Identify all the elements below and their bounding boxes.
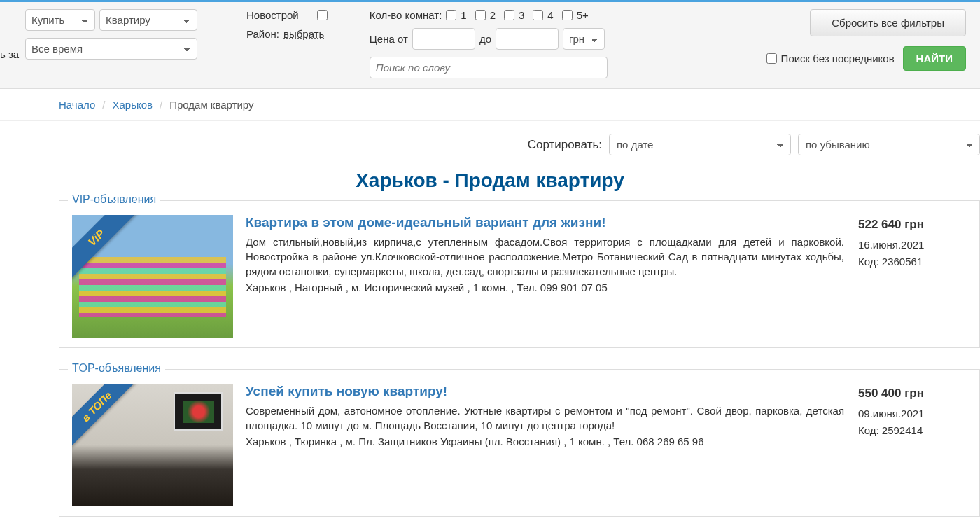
currency-select[interactable]: грн bbox=[563, 28, 605, 50]
listing-thumbnail[interactable]: в ТОПе bbox=[72, 384, 233, 506]
filter-bar: ь за Купить Квартиру Все время Новострой… bbox=[0, 0, 980, 89]
rooms-option-5plus: 5+ bbox=[577, 9, 589, 21]
listing-thumbnail[interactable]: ViP bbox=[72, 215, 233, 338]
sort-row: Сортировать: по дате по убыванию bbox=[0, 121, 980, 164]
sort-label: Сортировать: bbox=[528, 138, 602, 152]
sort-direction-select[interactable]: по убыванию bbox=[798, 134, 980, 155]
vip-section-legend: VIP-объявления bbox=[68, 193, 160, 206]
breadcrumb-sep: / bbox=[160, 99, 162, 111]
listing-meta: Харьков , Тюринка , м. Пл. Защитников Ук… bbox=[246, 436, 844, 447]
no-agents-checkbox[interactable] bbox=[766, 53, 777, 64]
property-type-select[interactable]: Квартиру bbox=[99, 9, 197, 31]
listing-date: 16.июня.2021 bbox=[858, 237, 967, 253]
price-from-label: Цена от bbox=[370, 33, 408, 45]
action-select[interactable]: Купить bbox=[25, 9, 95, 31]
district-label: Район: bbox=[246, 28, 279, 40]
no-agents-label: Поиск без посредников bbox=[781, 53, 895, 64]
breadcrumb-current: Продам квартиру bbox=[169, 99, 253, 111]
listing-title[interactable]: Квартира в этом доме-идеальный вариант д… bbox=[246, 215, 844, 230]
rooms-label: Кол-во комнат: bbox=[370, 9, 442, 21]
listing-date: 09.июня.2021 bbox=[858, 405, 967, 422]
top-section-legend: TOP-объявления bbox=[68, 362, 165, 375]
page-title: Харьков - Продам квартиру bbox=[0, 169, 980, 192]
rooms-checkbox-5plus[interactable] bbox=[562, 10, 573, 20]
no-agents-wrapper[interactable]: Поиск без посредников bbox=[766, 53, 895, 64]
newbuild-label: Новострой bbox=[246, 9, 299, 21]
listing-title[interactable]: Успей купить новую квартиру! bbox=[246, 384, 844, 399]
listing-price: 522 640 грн bbox=[858, 215, 967, 234]
rooms-checkbox-2[interactable] bbox=[475, 10, 486, 20]
newbuild-checkbox[interactable] bbox=[317, 10, 328, 20]
breadcrumb-city[interactable]: Харьков bbox=[112, 99, 153, 111]
price-to-label: до bbox=[479, 33, 491, 45]
rooms-checkbox-3[interactable] bbox=[504, 10, 514, 20]
sort-by-select[interactable]: по дате bbox=[609, 134, 791, 155]
listing-item: ViP Квартира в этом доме-идеальный вариа… bbox=[72, 215, 967, 338]
district-select-link[interactable]: выбрать bbox=[284, 28, 324, 40]
breadcrumb-home[interactable]: Начало bbox=[59, 99, 95, 111]
listing-item: в ТОПе Успей купить новую квартиру! Совр… bbox=[72, 384, 967, 506]
listing-description: Дом стильный,новый,из кирпича,с утепленн… bbox=[246, 235, 844, 279]
rooms-option-3: 3 bbox=[519, 9, 524, 21]
reset-filters-button[interactable]: Сбросить все фильтры bbox=[810, 9, 966, 36]
find-button[interactable]: НАЙТИ bbox=[903, 46, 966, 71]
listing-price: 550 400 грн bbox=[858, 384, 967, 403]
breadcrumb: Начало / Харьков / Продам квартиру bbox=[59, 99, 980, 111]
rooms-option-2: 2 bbox=[490, 9, 496, 21]
listing-description: Современный дом, автономное отопление. У… bbox=[246, 403, 844, 433]
time-period-label-partial: ь за bbox=[0, 48, 19, 60]
listing-meta: Харьков , Нагорный , м. Исторический муз… bbox=[246, 282, 844, 293]
rooms-option-4: 4 bbox=[547, 9, 553, 21]
vip-section: VIP-объявления ViP Квартира в этом доме-… bbox=[59, 200, 980, 348]
price-to-input[interactable] bbox=[496, 28, 559, 50]
time-period-select[interactable]: Все время bbox=[25, 38, 197, 60]
top-section: TOP-объявления в ТОПе Успей купить новую… bbox=[59, 369, 980, 517]
rooms-checkbox-1[interactable] bbox=[446, 10, 456, 20]
listing-code: Код: 2360561 bbox=[858, 253, 967, 270]
keyword-search-input[interactable] bbox=[370, 57, 608, 78]
breadcrumb-sep: / bbox=[102, 99, 105, 111]
listing-code: Код: 2592414 bbox=[858, 422, 967, 439]
breadcrumb-bar: Начало / Харьков / Продам квартиру bbox=[0, 89, 980, 121]
top-ribbon: в ТОПе bbox=[72, 384, 141, 451]
price-from-input[interactable] bbox=[412, 28, 475, 50]
rooms-option-1: 1 bbox=[461, 9, 466, 21]
rooms-checkbox-4[interactable] bbox=[533, 10, 543, 20]
